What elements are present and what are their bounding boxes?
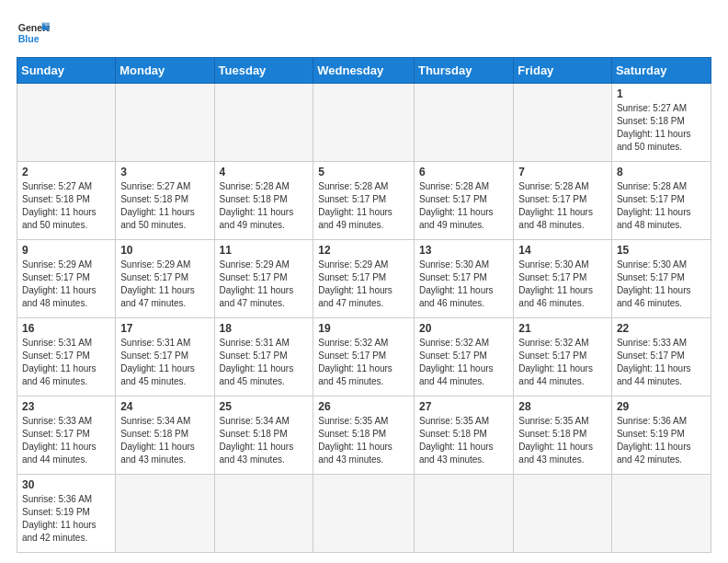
day-number: 17 [120, 322, 209, 335]
day-number: 10 [120, 244, 209, 257]
day-number: 8 [617, 166, 706, 178]
day-number: 21 [518, 322, 607, 335]
col-header-thursday: Thursday [414, 58, 513, 84]
day-info: Sunrise: 5:32 AM Sunset: 5:17 PM Dayligh… [318, 337, 409, 388]
day-info: Sunrise: 5:27 AM Sunset: 5:18 PM Dayligh… [22, 180, 110, 232]
day-info: Sunrise: 5:34 AM Sunset: 5:18 PM Dayligh… [120, 415, 209, 466]
day-info: Sunrise: 5:29 AM Sunset: 5:17 PM Dayligh… [220, 259, 309, 310]
day-cell: 2Sunrise: 5:27 AM Sunset: 5:18 PM Daylig… [17, 162, 116, 240]
day-number: 5 [318, 166, 409, 178]
day-cell [214, 475, 313, 553]
day-info: Sunrise: 5:29 AM Sunset: 5:17 PM Dayligh… [318, 259, 409, 310]
day-info: Sunrise: 5:31 AM Sunset: 5:17 PM Dayligh… [22, 337, 110, 388]
day-cell: 11Sunrise: 5:29 AM Sunset: 5:17 PM Dayli… [214, 240, 313, 318]
logo: General Blue [17, 17, 50, 50]
day-cell [514, 475, 612, 553]
day-cell: 8Sunrise: 5:28 AM Sunset: 5:17 PM Daylig… [611, 162, 711, 240]
day-info: Sunrise: 5:28 AM Sunset: 5:17 PM Dayligh… [419, 180, 508, 232]
day-info: Sunrise: 5:34 AM Sunset: 5:18 PM Dayligh… [220, 415, 309, 466]
day-cell [313, 84, 415, 162]
generalblue-logo-icon: General Blue [17, 17, 50, 50]
day-number: 22 [617, 322, 706, 335]
day-cell: 22Sunrise: 5:33 AM Sunset: 5:17 PM Dayli… [611, 318, 711, 396]
week-row-3: 9Sunrise: 5:29 AM Sunset: 5:17 PM Daylig… [17, 240, 711, 318]
day-info: Sunrise: 5:30 AM Sunset: 5:17 PM Dayligh… [419, 259, 508, 310]
day-info: Sunrise: 5:33 AM Sunset: 5:17 PM Dayligh… [22, 415, 110, 466]
day-cell: 6Sunrise: 5:28 AM Sunset: 5:17 PM Daylig… [414, 162, 513, 240]
day-info: Sunrise: 5:27 AM Sunset: 5:18 PM Dayligh… [120, 180, 209, 232]
week-row-2: 2Sunrise: 5:27 AM Sunset: 5:18 PM Daylig… [17, 162, 711, 240]
day-cell: 18Sunrise: 5:31 AM Sunset: 5:17 PM Dayli… [214, 318, 313, 396]
day-number: 25 [220, 400, 309, 413]
day-number: 24 [120, 400, 209, 413]
svg-text:Blue: Blue [18, 33, 40, 44]
day-cell: 25Sunrise: 5:34 AM Sunset: 5:18 PM Dayli… [214, 396, 313, 475]
day-number: 6 [419, 166, 508, 178]
day-cell: 10Sunrise: 5:29 AM Sunset: 5:17 PM Dayli… [116, 240, 214, 318]
col-header-saturday: Saturday [611, 58, 711, 84]
week-row-1: 1Sunrise: 5:27 AM Sunset: 5:18 PM Daylig… [17, 84, 711, 162]
day-cell: 21Sunrise: 5:32 AM Sunset: 5:17 PM Dayli… [514, 318, 612, 396]
day-cell [414, 84, 513, 162]
day-number: 12 [318, 244, 409, 257]
col-header-monday: Monday [116, 58, 214, 84]
day-cell: 29Sunrise: 5:36 AM Sunset: 5:19 PM Dayli… [611, 396, 711, 475]
day-info: Sunrise: 5:35 AM Sunset: 5:18 PM Dayligh… [419, 415, 508, 466]
week-row-5: 23Sunrise: 5:33 AM Sunset: 5:17 PM Dayli… [17, 396, 711, 475]
week-row-4: 16Sunrise: 5:31 AM Sunset: 5:17 PM Dayli… [17, 318, 711, 396]
col-header-sunday: Sunday [17, 58, 116, 84]
day-number: 27 [419, 400, 508, 413]
day-cell: 12Sunrise: 5:29 AM Sunset: 5:17 PM Dayli… [313, 240, 415, 318]
day-number: 1 [617, 87, 706, 100]
day-info: Sunrise: 5:28 AM Sunset: 5:17 PM Dayligh… [617, 180, 706, 232]
header: General Blue [17, 17, 711, 50]
day-cell: 7Sunrise: 5:28 AM Sunset: 5:17 PM Daylig… [514, 162, 612, 240]
day-cell: 5Sunrise: 5:28 AM Sunset: 5:17 PM Daylig… [313, 162, 415, 240]
day-number: 23 [22, 400, 110, 413]
day-number: 29 [617, 400, 706, 413]
day-number: 7 [518, 166, 607, 178]
day-info: Sunrise: 5:32 AM Sunset: 5:17 PM Dayligh… [419, 337, 508, 388]
day-number: 30 [22, 478, 110, 491]
day-info: Sunrise: 5:28 AM Sunset: 5:18 PM Dayligh… [220, 180, 309, 232]
day-cell: 20Sunrise: 5:32 AM Sunset: 5:17 PM Dayli… [414, 318, 513, 396]
day-cell: 17Sunrise: 5:31 AM Sunset: 5:17 PM Dayli… [116, 318, 214, 396]
day-cell [17, 84, 116, 162]
day-number: 15 [617, 244, 706, 257]
day-info: Sunrise: 5:29 AM Sunset: 5:17 PM Dayligh… [22, 259, 110, 310]
day-cell: 27Sunrise: 5:35 AM Sunset: 5:18 PM Dayli… [414, 396, 513, 475]
day-info: Sunrise: 5:29 AM Sunset: 5:17 PM Dayligh… [120, 259, 209, 310]
day-cell: 16Sunrise: 5:31 AM Sunset: 5:17 PM Dayli… [17, 318, 116, 396]
day-cell [414, 475, 513, 553]
day-info: Sunrise: 5:31 AM Sunset: 5:17 PM Dayligh… [120, 337, 209, 388]
day-cell: 9Sunrise: 5:29 AM Sunset: 5:17 PM Daylig… [17, 240, 116, 318]
day-number: 11 [220, 244, 309, 257]
day-number: 19 [318, 322, 409, 335]
day-cell [514, 84, 612, 162]
day-cell: 28Sunrise: 5:35 AM Sunset: 5:18 PM Dayli… [514, 396, 612, 475]
week-row-6: 30Sunrise: 5:36 AM Sunset: 5:19 PM Dayli… [17, 475, 711, 553]
day-info: Sunrise: 5:28 AM Sunset: 5:17 PM Dayligh… [318, 180, 409, 232]
page: General Blue SundayMondayTuesdayWednesda… [0, 0, 728, 562]
day-info: Sunrise: 5:36 AM Sunset: 5:19 PM Dayligh… [617, 415, 706, 466]
day-info: Sunrise: 5:33 AM Sunset: 5:17 PM Dayligh… [617, 337, 706, 388]
col-header-tuesday: Tuesday [214, 58, 313, 84]
day-number: 2 [22, 166, 110, 178]
day-number: 9 [22, 244, 110, 257]
day-cell [116, 475, 214, 553]
day-info: Sunrise: 5:32 AM Sunset: 5:17 PM Dayligh… [518, 337, 607, 388]
day-cell: 19Sunrise: 5:32 AM Sunset: 5:17 PM Dayli… [313, 318, 415, 396]
day-number: 20 [419, 322, 508, 335]
day-number: 16 [22, 322, 110, 335]
day-number: 13 [419, 244, 508, 257]
day-info: Sunrise: 5:36 AM Sunset: 5:19 PM Dayligh… [22, 493, 110, 545]
day-cell [313, 475, 415, 553]
day-info: Sunrise: 5:30 AM Sunset: 5:17 PM Dayligh… [518, 259, 607, 310]
day-info: Sunrise: 5:35 AM Sunset: 5:18 PM Dayligh… [318, 415, 409, 466]
day-cell: 14Sunrise: 5:30 AM Sunset: 5:17 PM Dayli… [514, 240, 612, 318]
day-cell: 15Sunrise: 5:30 AM Sunset: 5:17 PM Dayli… [611, 240, 711, 318]
day-info: Sunrise: 5:31 AM Sunset: 5:17 PM Dayligh… [220, 337, 309, 388]
day-cell: 3Sunrise: 5:27 AM Sunset: 5:18 PM Daylig… [116, 162, 214, 240]
col-header-friday: Friday [514, 58, 612, 84]
day-cell: 4Sunrise: 5:28 AM Sunset: 5:18 PM Daylig… [214, 162, 313, 240]
